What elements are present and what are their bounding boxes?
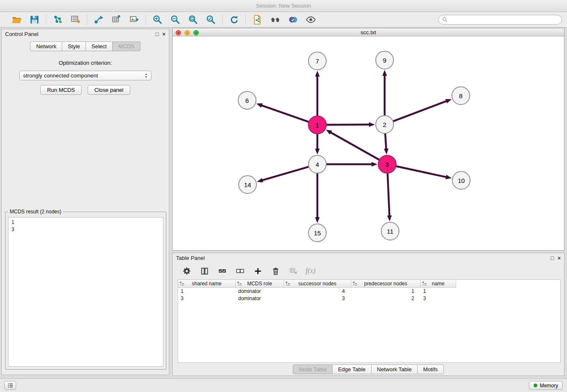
graph-node-label: 7 <box>316 58 319 65</box>
close-panel-icon[interactable]: × <box>162 31 165 37</box>
graph-node-label: 4 <box>316 161 319 168</box>
panel-list-button[interactable] <box>4 381 16 390</box>
tab-edge-table[interactable]: Edge Table <box>333 364 372 374</box>
export-image-button[interactable] <box>127 14 141 26</box>
zoom-fit-button[interactable] <box>186 14 200 26</box>
network-canvas[interactable]: 7968124314101511 <box>173 36 564 250</box>
import-network-icon <box>52 14 63 25</box>
column-header-predecessor-nodes[interactable]: predecessor nodes <box>351 280 421 288</box>
column-header-label: successor nodes <box>298 281 336 287</box>
close-window-icon[interactable]: × <box>176 30 181 36</box>
deselect-all-button[interactable] <box>234 265 245 276</box>
minimize-window-icon[interactable]: − <box>184 30 190 36</box>
open-file-button[interactable] <box>9 14 24 26</box>
tab-node-table[interactable]: Node Table <box>293 364 333 374</box>
column-header-name[interactable]: name <box>421 280 456 288</box>
control-panel-title: Control Panel <box>5 31 39 37</box>
delete-table-button[interactable] <box>288 265 299 276</box>
sort-icon <box>285 281 291 287</box>
import-table-icon <box>70 14 81 25</box>
tab-mcds[interactable]: MCDS <box>113 41 140 51</box>
graph-edge-2-3[interactable] <box>385 133 386 149</box>
columns-button[interactable] <box>199 265 210 276</box>
search-input[interactable] <box>450 17 558 23</box>
export-network-button[interactable] <box>91 14 106 26</box>
edge-arrowhead-icon <box>326 130 332 135</box>
search-box[interactable] <box>438 15 562 25</box>
table-cell: 1 <box>178 288 236 295</box>
zoom-out-button[interactable] <box>168 14 182 26</box>
search-icon <box>442 17 448 22</box>
table-row[interactable]: 3dominator323 <box>178 295 560 302</box>
optimization-criterion-label: Optimization criterion: <box>59 60 112 66</box>
tab-network[interactable]: Network <box>30 41 62 51</box>
refresh-icon <box>229 14 239 25</box>
gear-button[interactable] <box>181 265 192 276</box>
delete-table-icon <box>289 267 298 276</box>
criterion-select[interactable]: strongly connected component ▲▼ <box>19 71 151 80</box>
memory-button-label: Memory <box>540 383 558 389</box>
import-table-button[interactable] <box>68 14 83 26</box>
zoom-in-button[interactable] <box>150 14 165 26</box>
tab-select[interactable]: Select <box>86 41 113 51</box>
memory-button[interactable]: Memory <box>529 381 563 390</box>
select-spinner-icon: ▲▼ <box>145 73 147 79</box>
float-panel-icon[interactable]: □ <box>156 31 159 37</box>
graph-edge-4-14[interactable] <box>262 167 309 180</box>
add-column-button[interactable] <box>252 265 263 276</box>
network-graph-svg: 7968124314101511 <box>173 36 564 249</box>
style-venn-button[interactable] <box>286 14 300 26</box>
mcds-result-list[interactable]: 13 <box>8 217 163 367</box>
home-button[interactable] <box>268 14 282 26</box>
share-document-button[interactable] <box>250 14 264 26</box>
table-row[interactable]: 1dominator411 <box>178 288 560 295</box>
delete-column-button[interactable] <box>270 265 281 276</box>
import-network-button[interactable] <box>50 14 65 26</box>
tab-motifs[interactable]: Motifs <box>418 364 444 374</box>
table-panel-header: Table Panel □ × <box>173 253 564 262</box>
edge-arrowhead-icon <box>387 215 392 221</box>
gear-icon <box>182 267 191 276</box>
column-header-MCDS-role[interactable]: MCDS role <box>236 280 284 288</box>
graph-edge-3-11[interactable] <box>388 173 389 216</box>
graph-node-label: 3 <box>385 161 389 168</box>
node-table[interactable]: shared nameMCDS rolesuccessor nodesprede… <box>178 279 561 363</box>
run-mcds-button[interactable]: Run MCDS <box>40 85 82 95</box>
zoom-fit-icon <box>188 14 198 25</box>
column-header-shared-name[interactable]: shared name <box>178 280 236 288</box>
refresh-button[interactable] <box>227 14 241 26</box>
export-table-icon <box>111 14 122 25</box>
control-panel: Control Panel □ × NetworkStyleSelectMCDS… <box>1 29 169 375</box>
maximize-window-icon[interactable]: + <box>193 30 199 36</box>
window-title: Session: New Session <box>256 3 311 9</box>
toolbar-group <box>87 14 146 26</box>
table-panel: Table Panel □ × f(x) shared nameMCDS rol… <box>172 253 564 376</box>
graph-edge-2-8[interactable] <box>393 101 447 121</box>
export-table-button[interactable] <box>109 14 124 26</box>
graph-edge-1-6[interactable] <box>261 105 309 122</box>
edge-arrowhead-icon <box>383 70 387 76</box>
close-panel-button[interactable]: Close panel <box>88 85 130 95</box>
float-table-panel-icon[interactable]: □ <box>551 255 554 261</box>
add-column-icon <box>253 267 262 276</box>
show-graphics-details-button[interactable] <box>303 14 318 26</box>
zoom-selected-button[interactable] <box>204 14 218 26</box>
export-image-icon <box>129 14 140 25</box>
graph-edge-3-1[interactable] <box>330 133 379 160</box>
close-table-panel-icon[interactable]: × <box>557 255 561 261</box>
export-network-icon <box>94 14 104 25</box>
tab-network-table[interactable]: Network Table <box>372 364 418 374</box>
table-cell: 2 <box>351 295 421 302</box>
mcds-result-group: MCDS result (2 nodes) 13 <box>5 209 166 370</box>
function-button[interactable]: f(x) <box>306 265 316 276</box>
select-all-button[interactable] <box>217 265 228 276</box>
column-header-successor-nodes[interactable]: successor nodes <box>284 280 351 288</box>
graph-edge-1-2[interactable] <box>326 124 369 125</box>
tab-style[interactable]: Style <box>62 41 86 51</box>
zoom-in-icon <box>152 14 163 25</box>
table-header-row: shared nameMCDS rolesuccessor nodesprede… <box>178 280 560 288</box>
column-header-label: predecessor nodes <box>364 281 407 287</box>
column-header-label: name <box>432 281 444 287</box>
save-session-button[interactable] <box>27 14 41 26</box>
graph-edge-3-10[interactable] <box>396 166 446 177</box>
